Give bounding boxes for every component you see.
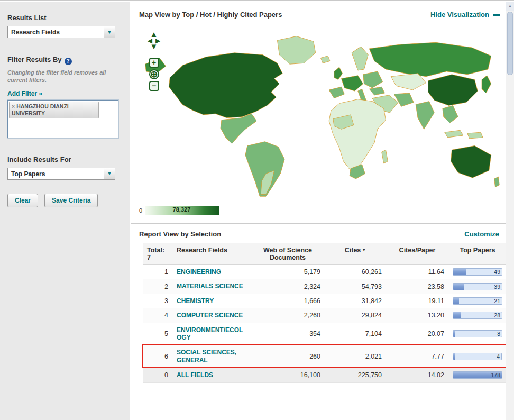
top-papers-value: 28	[494, 312, 500, 319]
docs-cell: 5,179	[251, 265, 325, 279]
top-papers-bar: 21	[453, 297, 502, 305]
cites-per-paper-cell: 13.20	[386, 308, 448, 323]
cites-per-paper-cell: 20.07	[386, 323, 448, 345]
scrollbar-thumb[interactable]	[507, 12, 513, 75]
cites-header[interactable]: Cites▼	[325, 243, 386, 265]
research-field-link[interactable]: CHEMISTRY	[177, 297, 214, 305]
research-field-link[interactable]: SOCIAL SCIENCES, GENERAL	[177, 349, 246, 364]
pan-down-icon[interactable]: ▼	[150, 43, 158, 50]
table-row: 5ENVIRONMENT/ECOLOGY3547,10420.078	[143, 323, 507, 345]
top-papers-bar-fill	[453, 298, 459, 304]
choropleth-map-svg[interactable]	[137, 26, 502, 202]
report-view-title: Report View by Selection	[139, 230, 221, 238]
research-field-link[interactable]: MATERIALS SCIENCE	[177, 282, 243, 290]
top-papers-value: 8	[497, 331, 500, 337]
chevron-down-icon[interactable]: ▼	[104, 26, 115, 38]
globe-reset-button[interactable]: ⊕	[149, 69, 159, 79]
research-fields-header[interactable]: Research Fields	[172, 243, 251, 265]
remove-filter-icon[interactable]: ×	[12, 103, 15, 109]
top-papers-bar-fill	[453, 312, 461, 318]
top-papers-bar: 4	[453, 353, 502, 360]
help-icon[interactable]: ?	[65, 58, 72, 65]
include-results-heading: Include Results For	[7, 156, 122, 163]
cites-per-paper-cell: 23.58	[386, 279, 448, 294]
docs-cell: 260	[251, 345, 325, 368]
results-list-heading: Results List	[7, 14, 122, 22]
cites-header-label: Cites	[345, 246, 361, 254]
include-results-dropdown-value: Top Papers	[8, 168, 104, 179]
zoom-out-button[interactable]: −	[149, 81, 159, 91]
rank-cell: 1	[143, 265, 172, 279]
clear-button[interactable]: Clear	[7, 194, 38, 207]
cites-cell: 2,021	[325, 345, 386, 368]
total-header: Total: 7	[143, 243, 172, 265]
rank-cell: 5	[143, 323, 172, 345]
cites-per-paper-cell: 7.77	[386, 345, 448, 368]
legend-gradient-bar: 78,327	[145, 206, 219, 215]
scroll-up-icon[interactable]: ▲	[506, 2, 514, 11]
top-papers-cell: 8	[448, 323, 507, 345]
sidebar-divider	[0, 147, 130, 147]
pan-control[interactable]: ▲ ◀ ▶ ▼	[148, 31, 160, 50]
table-header-row: Total: 7 Research Fields Web of Science …	[143, 243, 507, 265]
save-criteria-button[interactable]: Save Criteria	[44, 194, 98, 207]
results-list-dropdown[interactable]: Research Fields ▼	[7, 26, 115, 38]
field-cell: COMPUTER SCIENCE	[172, 308, 251, 323]
sidebar: Results List Research Fields ▼ Filter Re…	[0, 2, 130, 420]
hide-visualization-link[interactable]: Hide Visualization	[430, 11, 500, 19]
filter-tag-label: HANGZHOU DIANZI UNIVERSITY	[12, 103, 69, 116]
top-papers-header[interactable]: Top Papers	[448, 243, 507, 265]
cites-cell: 60,261	[325, 265, 386, 279]
top-papers-bar: 39	[453, 283, 502, 290]
top-papers-cell: 49	[448, 265, 507, 279]
cites-cell: 31,842	[325, 294, 386, 308]
include-results-dropdown[interactable]: Top Papers ▼	[7, 168, 115, 180]
field-cell: MATERIALS SCIENCE	[172, 279, 251, 294]
collapse-icon[interactable]	[493, 14, 500, 16]
rank-cell: 2	[143, 279, 172, 294]
documents-header[interactable]: Web of Science Documents	[251, 243, 325, 265]
cites-cell: 225,750	[325, 368, 386, 382]
filter-results-heading: Filter Results By?	[7, 56, 122, 65]
top-papers-cell: 4	[448, 345, 507, 368]
rank-cell: 4	[143, 308, 172, 323]
docs-cell: 16,100	[251, 368, 325, 382]
docs-cell: 2,260	[251, 308, 325, 323]
world-map[interactable]: ▲ ◀ ▶ ▼ + ⊕ −	[137, 26, 502, 202]
field-cell: CHEMISTRY	[172, 294, 251, 308]
table-row: 1ENGINEERING5,17960,26111.6449	[143, 265, 507, 279]
table-row: 0ALL FIELDS16,100225,75014.02178	[143, 368, 507, 382]
vertical-scrollbar[interactable]: ▲	[506, 2, 514, 420]
cites-per-paper-cell: 14.02	[386, 368, 448, 382]
docs-cell: 1,666	[251, 294, 325, 308]
research-field-link[interactable]: ENVIRONMENT/ECOLOGY	[177, 326, 246, 342]
research-field-link[interactable]: ALL FIELDS	[177, 371, 213, 379]
legend-min-label: 0	[139, 207, 142, 214]
add-filter-link[interactable]: Add Filter »	[7, 90, 42, 97]
top-papers-bar-fill	[453, 284, 464, 290]
results-list-dropdown-value: Research Fields	[8, 26, 104, 38]
docs-cell: 354	[251, 323, 325, 345]
top-papers-cell: 28	[448, 308, 507, 323]
filter-tag[interactable]: ×HANGZHOU DIANZI UNIVERSITY	[9, 102, 99, 118]
filter-box[interactable]: ×HANGZHOU DIANZI UNIVERSITY	[7, 100, 118, 138]
cites-per-paper-header[interactable]: Cites/Paper	[386, 243, 448, 265]
research-field-link[interactable]: ENGINEERING	[177, 268, 221, 276]
zoom-in-button[interactable]: +	[149, 58, 159, 68]
total-count: 7	[147, 254, 168, 261]
chevron-down-icon[interactable]: ▼	[104, 168, 115, 179]
top-papers-bar: 49	[453, 268, 502, 276]
top-papers-value: 178	[491, 372, 500, 379]
sort-descending-icon: ▼	[362, 248, 366, 252]
customize-link[interactable]: Customize	[464, 230, 499, 238]
total-label: Total:	[147, 246, 168, 254]
top-papers-bar-fill	[453, 353, 455, 360]
top-papers-bar: 178	[453, 371, 502, 379]
cites-per-paper-cell: 11.64	[386, 265, 448, 279]
docs-cell: 2,324	[251, 279, 325, 294]
cites-cell: 54,793	[325, 279, 386, 294]
table-row: 2MATERIALS SCIENCE2,32454,79323.5839	[143, 279, 507, 294]
research-field-link[interactable]: COMPUTER SCIENCE	[177, 312, 243, 319]
field-cell: ALL FIELDS	[172, 368, 251, 382]
cites-per-paper-cell: 19.11	[386, 294, 448, 308]
